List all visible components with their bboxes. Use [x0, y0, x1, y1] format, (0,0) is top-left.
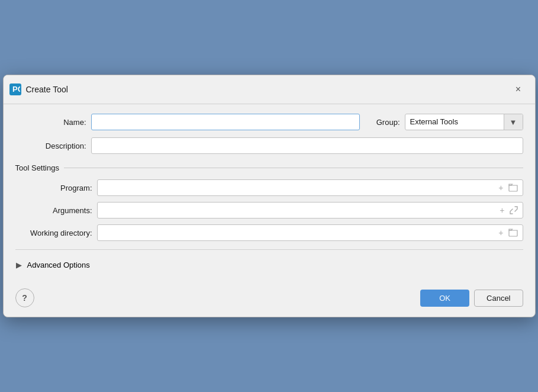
- program-row: Program: +: [15, 179, 523, 196]
- description-input[interactable]: [91, 137, 523, 154]
- program-input-wrapper: +: [97, 179, 523, 196]
- cancel-button[interactable]: Cancel: [474, 290, 523, 307]
- working-directory-row: Working directory: +: [15, 224, 523, 241]
- arguments-row: Arguments: +: [15, 202, 523, 219]
- close-button[interactable]: ×: [510, 81, 527, 98]
- working-dir-label: Working directory:: [15, 229, 92, 237]
- description-row: Description:: [15, 137, 523, 154]
- tool-settings-header: Tool Settings: [15, 163, 523, 172]
- group-select[interactable]: External Tools ▼: [405, 114, 523, 130]
- working-dir-input[interactable]: [101, 229, 495, 237]
- arguments-expand-icon[interactable]: [508, 206, 519, 214]
- advanced-options-triangle: ▶: [15, 262, 22, 269]
- advanced-options-row[interactable]: ▶ Advanced Options: [15, 258, 523, 272]
- dialog-body: Name: Group: External Tools ▼ Descriptio…: [4, 104, 535, 281]
- name-group-row: Name: Group: External Tools ▼: [15, 114, 523, 130]
- dialog-title: Create Tool: [26, 85, 68, 94]
- chevron-down-icon: ▼: [510, 118, 517, 127]
- dialog-footer: ? OK Cancel: [4, 281, 535, 317]
- program-label: Program:: [15, 184, 92, 192]
- app-icon: PC: [9, 83, 21, 95]
- name-label: Name:: [15, 118, 86, 127]
- tool-settings-title: Tool Settings: [15, 163, 59, 172]
- svg-text:PC: PC: [12, 85, 20, 94]
- create-tool-dialog: PC Create Tool × Name: Group: External T…: [3, 75, 536, 317]
- footer-buttons: OK Cancel: [420, 290, 523, 307]
- description-label: Description:: [15, 142, 86, 150]
- program-add-icon[interactable]: +: [497, 183, 504, 192]
- working-dir-input-wrapper: +: [97, 224, 523, 241]
- arguments-input-wrapper: +: [97, 202, 523, 219]
- group-select-text: External Tools: [405, 114, 504, 130]
- ok-button[interactable]: OK: [420, 290, 469, 307]
- advanced-options-label: Advanced Options: [27, 261, 90, 269]
- group-dropdown-arrow[interactable]: ▼: [504, 114, 523, 130]
- arguments-label: Arguments:: [15, 206, 92, 215]
- group-label: Group:: [376, 118, 400, 127]
- section-bottom-divider: [15, 249, 523, 250]
- title-bar: PC Create Tool ×: [4, 75, 535, 104]
- working-dir-add-icon[interactable]: +: [497, 228, 504, 237]
- arguments-add-icon[interactable]: +: [498, 205, 505, 215]
- title-bar-left: PC Create Tool: [9, 83, 68, 95]
- help-button[interactable]: ?: [15, 288, 34, 307]
- program-input[interactable]: [101, 184, 495, 192]
- arguments-input[interactable]: [101, 206, 497, 215]
- section-divider: [64, 168, 523, 168]
- name-input[interactable]: [91, 114, 360, 130]
- program-folder-icon[interactable]: [507, 184, 519, 192]
- working-dir-folder-icon[interactable]: [507, 229, 519, 237]
